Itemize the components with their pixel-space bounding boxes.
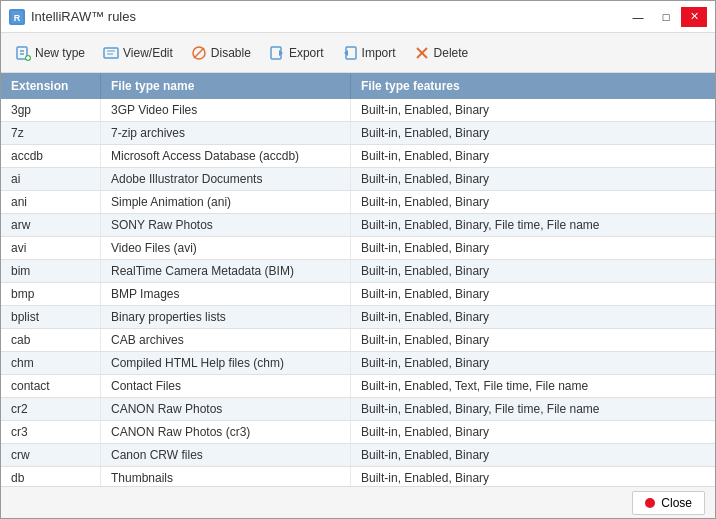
table-row[interactable]: crwCanon CRW filesBuilt-in, Enabled, Bin… [1,444,715,467]
table-row[interactable]: bimRealTime Camera Metadata (BIM)Built-i… [1,260,715,283]
view-edit-label: View/Edit [123,46,173,60]
cell-name: CAB archives [101,329,351,351]
cell-extension: crw [1,444,101,466]
table-row[interactable]: aiAdobe Illustrator DocumentsBuilt-in, E… [1,168,715,191]
table-row[interactable]: bmpBMP ImagesBuilt-in, Enabled, Binary [1,283,715,306]
table-row[interactable]: accdbMicrosoft Access Database (accdb)Bu… [1,145,715,168]
cell-extension: bplist [1,306,101,328]
cell-extension: accdb [1,145,101,167]
cell-features: Built-in, Enabled, Binary [351,237,715,259]
export-button[interactable]: Export [261,41,332,65]
view-edit-icon [103,45,119,61]
svg-text:R: R [14,13,21,23]
cell-features: Built-in, Enabled, Binary, File time, Fi… [351,398,715,420]
cell-extension: arw [1,214,101,236]
cell-name: CANON Raw Photos (cr3) [101,421,351,443]
new-type-label: New type [35,46,85,60]
cell-name: Canon CRW files [101,444,351,466]
cell-extension: ai [1,168,101,190]
cell-name: Adobe Illustrator Documents [101,168,351,190]
disable-button[interactable]: Disable [183,41,259,65]
cell-name: RealTime Camera Metadata (BIM) [101,260,351,282]
cell-extension: 3gp [1,99,101,121]
cell-name: Binary properties lists [101,306,351,328]
cell-extension: chm [1,352,101,374]
table-row[interactable]: aviVideo Files (avi)Built-in, Enabled, B… [1,237,715,260]
cell-features: Built-in, Enabled, Binary [351,444,715,466]
cell-extension: 7z [1,122,101,144]
import-label: Import [362,46,396,60]
close-dot-icon [645,498,655,508]
table-row[interactable]: bplistBinary properties listsBuilt-in, E… [1,306,715,329]
cell-extension: cr2 [1,398,101,420]
cell-name: Contact Files [101,375,351,397]
cell-features: Built-in, Enabled, Binary [351,283,715,305]
delete-label: Delete [434,46,469,60]
cell-features: Built-in, Enabled, Binary [351,168,715,190]
cell-name: 3GP Video Files [101,99,351,121]
cell-name: 7-zip archives [101,122,351,144]
cell-name: Microsoft Access Database (accdb) [101,145,351,167]
cell-name: SONY Raw Photos [101,214,351,236]
col-features: File type features [351,73,715,99]
toolbar: New type View/Edit Disable [1,33,715,73]
cell-name: BMP Images [101,283,351,305]
window-close-button[interactable]: ✕ [681,7,707,27]
cell-extension: bmp [1,283,101,305]
svg-line-12 [194,48,204,58]
col-name: File type name [101,73,351,99]
delete-icon [414,45,430,61]
cell-extension: bim [1,260,101,282]
maximize-button[interactable]: □ [653,7,679,27]
col-extension: Extension [1,73,101,99]
close-label: Close [661,496,692,510]
cell-extension: ani [1,191,101,213]
cell-features: Built-in, Enabled, Text, File time, File… [351,375,715,397]
cell-features: Built-in, Enabled, Binary [351,99,715,121]
table-row[interactable]: chmCompiled HTML Help files (chm)Built-i… [1,352,715,375]
table-row[interactable]: contactContact FilesBuilt-in, Enabled, T… [1,375,715,398]
table-row[interactable]: cabCAB archivesBuilt-in, Enabled, Binary [1,329,715,352]
cell-name: CANON Raw Photos [101,398,351,420]
delete-button[interactable]: Delete [406,41,477,65]
import-button[interactable]: Import [334,41,404,65]
cell-extension: cab [1,329,101,351]
cell-extension: cr3 [1,421,101,443]
table-row[interactable]: 7z7-zip archivesBuilt-in, Enabled, Binar… [1,122,715,145]
export-icon [269,45,285,61]
cell-name: Video Files (avi) [101,237,351,259]
table-row[interactable]: arwSONY Raw PhotosBuilt-in, Enabled, Bin… [1,214,715,237]
table-row[interactable]: 3gp3GP Video FilesBuilt-in, Enabled, Bin… [1,99,715,122]
table-row[interactable]: cr2CANON Raw PhotosBuilt-in, Enabled, Bi… [1,398,715,421]
cell-name: Thumbnails [101,467,351,486]
table-row[interactable]: aniSimple Animation (ani)Built-in, Enabl… [1,191,715,214]
cell-features: Built-in, Enabled, Binary [351,467,715,486]
status-bar: Close [1,486,715,518]
cell-features: Built-in, Enabled, Binary [351,191,715,213]
title-bar-left: R IntelliRAW™ rules [9,9,136,25]
close-button[interactable]: Close [632,491,705,515]
cell-name: Compiled HTML Help files (chm) [101,352,351,374]
cell-extension: contact [1,375,101,397]
cell-features: Built-in, Enabled, Binary, File time, Fi… [351,214,715,236]
window-controls: — □ ✕ [625,7,707,27]
app-icon: R [9,9,25,25]
cell-features: Built-in, Enabled, Binary [351,421,715,443]
cell-features: Built-in, Enabled, Binary [351,260,715,282]
cell-features: Built-in, Enabled, Binary [351,122,715,144]
title-bar: R IntelliRAW™ rules — □ ✕ [1,1,715,33]
window-title: IntelliRAW™ rules [31,9,136,24]
cell-name: Simple Animation (ani) [101,191,351,213]
cell-extension: db [1,467,101,486]
table-row[interactable]: cr3CANON Raw Photos (cr3)Built-in, Enabl… [1,421,715,444]
svg-rect-8 [104,48,118,58]
cell-features: Built-in, Enabled, Binary [351,352,715,374]
minimize-button[interactable]: — [625,7,651,27]
cell-features: Built-in, Enabled, Binary [351,145,715,167]
new-type-icon [15,45,31,61]
new-type-button[interactable]: New type [7,41,93,65]
cell-features: Built-in, Enabled, Binary [351,306,715,328]
view-edit-button[interactable]: View/Edit [95,41,181,65]
table-row[interactable]: dbThumbnailsBuilt-in, Enabled, Binary [1,467,715,486]
table-body[interactable]: 3gp3GP Video FilesBuilt-in, Enabled, Bin… [1,99,715,486]
